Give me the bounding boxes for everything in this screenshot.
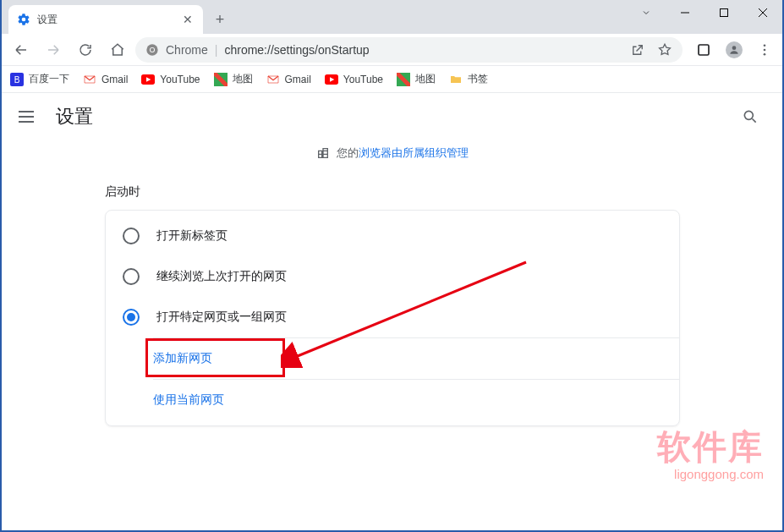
bookmark-label: 书签	[468, 72, 488, 86]
svg-point-6	[764, 44, 766, 47]
svg-point-3	[151, 47, 154, 51]
radio-icon[interactable]	[123, 228, 140, 244]
scheme-label: Chrome	[166, 43, 208, 57]
option-label: 打开特定网页或一组网页	[156, 310, 287, 325]
managed-link[interactable]: 浏览器由所属组织管理	[359, 146, 469, 159]
svg-point-8	[764, 52, 766, 55]
building-icon	[316, 146, 330, 160]
bookmark-item[interactable]: Gmail	[266, 73, 311, 86]
use-current-pages-row[interactable]: 使用当前网页	[106, 380, 679, 420]
option-continue[interactable]: 继续浏览上次打开的网页	[106, 256, 679, 297]
gear-icon	[17, 13, 30, 26]
tab-search-button[interactable]	[627, 0, 666, 25]
hamburger-menu-button[interactable]	[19, 107, 39, 127]
radio-icon[interactable]	[123, 268, 140, 285]
svg-point-5	[732, 46, 737, 50]
reload-button[interactable]	[71, 36, 100, 64]
managed-notice: 您的浏览器由所属组织管理	[2, 145, 782, 161]
svg-text:B: B	[14, 75, 20, 85]
svg-rect-4	[699, 45, 709, 55]
home-button[interactable]	[103, 36, 132, 64]
search-settings-button[interactable]	[735, 101, 765, 132]
maps-icon	[397, 73, 410, 86]
bookmark-label: YouTube	[160, 74, 200, 85]
chrome-icon	[145, 43, 159, 57]
avatar-icon	[726, 41, 743, 58]
bookmark-label: 百度一下	[29, 72, 69, 86]
managed-prefix: 您的	[337, 146, 359, 159]
watermark: 软件库 ligonggong.com	[657, 424, 764, 481]
share-icon[interactable]	[630, 42, 645, 58]
bookmark-folder[interactable]: 书签	[449, 72, 488, 86]
startup-card: 打开新标签页 继续浏览上次打开的网页 打开特定网页或一组网页 添加新网页 使用当…	[105, 210, 680, 426]
folder-icon	[449, 73, 463, 86]
settings-page: 设置 您的浏览器由所属组织管理 启动时 打开新标签页 继续浏览上次打开的网页 打…	[2, 93, 782, 530]
forward-button[interactable]	[39, 36, 68, 64]
kebab-menu-button[interactable]	[752, 37, 777, 63]
separator: |	[215, 43, 218, 57]
radio-icon-selected[interactable]	[123, 309, 140, 326]
window-maximize-button[interactable]	[705, 0, 743, 25]
gmail-icon	[83, 73, 96, 86]
svg-point-13	[744, 111, 753, 119]
new-tab-button[interactable]: +	[208, 8, 232, 31]
url-text: chrome://settings/onStartup	[224, 43, 369, 57]
close-tab-icon[interactable]: ✕	[181, 13, 195, 26]
watermark-title: 软件库	[657, 424, 764, 470]
profile-button[interactable]	[721, 37, 747, 63]
window-minimize-button[interactable]	[666, 0, 705, 25]
maps-icon	[214, 73, 228, 86]
bookmark-label: Gmail	[285, 74, 311, 85]
option-label: 打开新标签页	[156, 228, 228, 244]
youtube-icon	[141, 73, 155, 86]
bookmark-item[interactable]: 地图	[214, 72, 253, 86]
gmail-icon	[266, 73, 280, 86]
bookmarks-bar: B 百度一下 Gmail YouTube 地图 Gmail YouTube 地图…	[2, 66, 782, 93]
page-header: 设置	[2, 93, 782, 140]
annotation-highlight-box	[145, 338, 285, 377]
browser-tab[interactable]: 设置 ✕	[8, 5, 203, 34]
baidu-icon: B	[10, 73, 24, 86]
youtube-icon	[325, 73, 338, 86]
address-bar[interactable]: Chrome | chrome://settings/onStartup	[135, 37, 683, 63]
svg-point-7	[764, 48, 766, 51]
back-button[interactable]	[7, 36, 36, 64]
page-title: 设置	[56, 104, 93, 129]
toolbar: Chrome | chrome://settings/onStartup	[2, 34, 782, 66]
bookmark-item[interactable]: 地图	[397, 72, 436, 86]
option-new-tab[interactable]: 打开新标签页	[106, 216, 679, 256]
bookmark-star-icon[interactable]	[657, 42, 672, 58]
tab-title: 设置	[37, 13, 174, 27]
use-current-pages-link[interactable]: 使用当前网页	[153, 392, 224, 408]
bookmark-label: 地图	[415, 72, 436, 86]
bookmark-item[interactable]: YouTube	[325, 73, 383, 86]
svg-rect-0	[721, 9, 728, 17]
window-controls	[627, 0, 782, 25]
section-heading-startup: 启动时	[105, 184, 680, 200]
bookmark-label: YouTube	[343, 74, 383, 85]
bookmark-item[interactable]: YouTube	[141, 73, 200, 86]
window-close-button[interactable]	[743, 0, 782, 25]
option-label: 继续浏览上次打开的网页	[156, 269, 287, 284]
titlebar: 设置 ✕ +	[2, 0, 782, 34]
bookmark-label: 地图	[233, 72, 253, 86]
option-specific-pages[interactable]: 打开特定网页或一组网页	[106, 297, 679, 337]
extensions-button[interactable]	[691, 37, 716, 63]
bookmark-label: Gmail	[101, 74, 128, 85]
bookmark-item[interactable]: B 百度一下	[10, 72, 69, 86]
watermark-url: ligonggong.com	[657, 467, 764, 481]
bookmark-item[interactable]: Gmail	[83, 73, 128, 86]
